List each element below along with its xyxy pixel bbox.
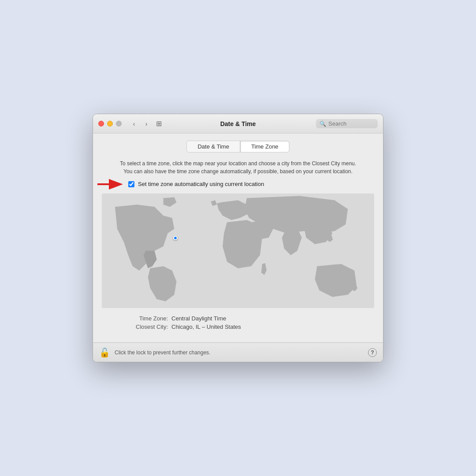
description-line2: You can also have the time zone change a… — [102, 167, 374, 175]
search-bar[interactable]: 🔍 — [316, 119, 378, 128]
world-map-svg — [102, 193, 374, 308]
tab-date-time[interactable]: Date & Time — [186, 141, 240, 152]
timezone-value: Central Daylight Time — [171, 315, 226, 322]
description-line1: To select a time zone, click the map nea… — [102, 160, 374, 167]
tab-time-zone[interactable]: Time Zone — [240, 141, 290, 152]
search-input[interactable] — [328, 120, 374, 127]
help-button[interactable]: ? — [368, 348, 377, 357]
minimize-button[interactable] — [107, 121, 113, 126]
traffic-lights — [98, 121, 122, 126]
forward-button[interactable]: › — [141, 119, 152, 129]
maximize-button[interactable] — [116, 121, 122, 126]
red-arrow-icon — [97, 179, 124, 190]
search-icon: 🔍 — [320, 121, 326, 127]
content-area: Date & Time Time Zone To select a time z… — [93, 134, 383, 342]
lock-icon[interactable]: 🔓 — [99, 347, 110, 358]
closest-city-label: Closest City: — [119, 324, 168, 330]
description-text: To select a time zone, click the map nea… — [102, 160, 374, 175]
timezone-info: Time Zone: Central Daylight Time Closest… — [102, 315, 374, 330]
system-preferences-window: ‹ › ⊞ Date & Time 🔍 Date & Time Time Zon… — [93, 114, 383, 362]
location-dot — [173, 236, 178, 240]
lock-text: Click the lock to prevent further change… — [115, 350, 210, 356]
grid-icon[interactable]: ⊞ — [156, 119, 162, 128]
auto-timezone-label: Set time zone automatically using curren… — [138, 181, 264, 187]
bottom-bar: 🔓 Click the lock to prevent further chan… — [93, 342, 383, 362]
tab-switcher: Date & Time Time Zone — [102, 141, 374, 152]
timezone-row: Time Zone: Central Daylight Time — [119, 315, 374, 322]
auto-timezone-row: Set time zone automatically using curren… — [102, 181, 374, 187]
back-button[interactable]: ‹ — [129, 119, 139, 129]
closest-city-value: Chicago, IL – United States — [171, 324, 241, 330]
closest-city-row: Closest City: Chicago, IL – United State… — [119, 324, 374, 330]
auto-timezone-checkbox[interactable] — [128, 181, 134, 187]
timezone-label: Time Zone: — [119, 315, 168, 322]
nav-arrows: ‹ › — [129, 119, 152, 129]
world-map[interactable] — [102, 193, 374, 308]
window-title: Date & Time — [220, 120, 256, 127]
close-button[interactable] — [98, 121, 104, 126]
titlebar: ‹ › ⊞ Date & Time 🔍 — [93, 114, 383, 134]
